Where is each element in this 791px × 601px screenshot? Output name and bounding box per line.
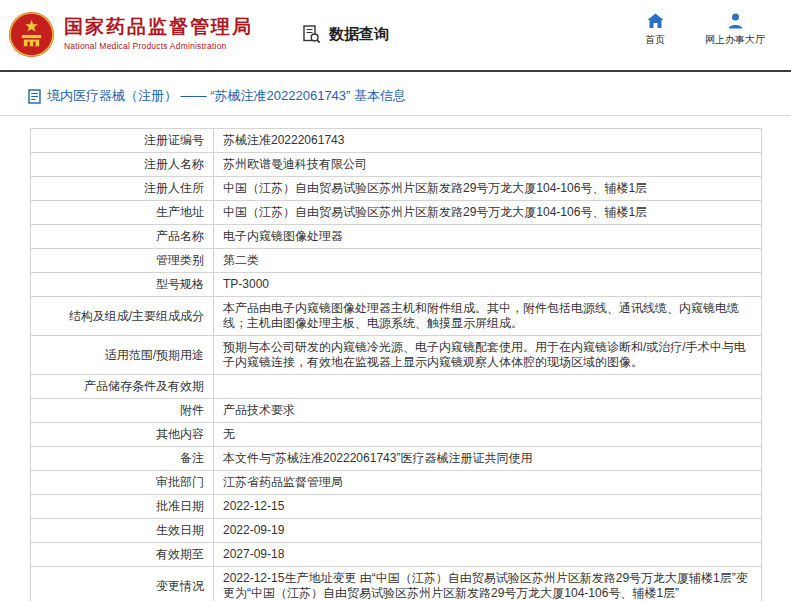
row-label: 管理类别 (31, 249, 214, 273)
table-row: 产品名称 电子内窥镜图像处理器 (31, 225, 762, 249)
nav-service-hall[interactable]: 网上办事大厅 (705, 13, 765, 47)
user-icon (728, 13, 743, 29)
row-label: 注册人名称 (31, 153, 214, 177)
table-row: 产品储存条件及有效期 (31, 375, 762, 399)
nav-home-label: 首页 (645, 33, 665, 47)
row-value: 苏州欧谱曼迪科技有限公司 (214, 153, 762, 177)
table-row: 注册人住所 中国（江苏）自由贸易试验区苏州片区新发路29号万龙大厦104-106… (31, 177, 762, 201)
header-right-nav: 首页 网上办事大厅 (635, 13, 765, 47)
page: 国家药品监督管理局 National Medical Products Admi… (0, 0, 791, 601)
data-query-label: 数据查询 (329, 25, 389, 44)
row-label: 结构及组成/主要组成成分 (31, 297, 214, 336)
row-value: 本产品由电子内窥镜图像处理器主机和附件组成。其中，附件包括电源线、通讯线缆、内窥… (214, 297, 762, 336)
home-icon (647, 13, 664, 29)
row-value: 苏械注准20222061743 (214, 129, 762, 153)
row-label: 产品名称 (31, 225, 214, 249)
row-value: 2022-09-19 (214, 519, 762, 543)
row-label: 附件 (31, 399, 214, 423)
page-title: 境内医疗器械（注册） —— “苏械注准20222061743” 基本信息 (47, 87, 406, 105)
table-row: 变更情况 2022-12-15生产地址变更 由“中国（江苏）自由贸易试验区苏州片… (31, 567, 762, 601)
table-row: 注册证编号 苏械注准20222061743 (31, 129, 762, 153)
row-value: 2022-12-15 (214, 495, 762, 519)
agency-name-cn: 国家药品监督管理局 (64, 17, 253, 38)
row-value: 2027-09-18 (214, 543, 762, 567)
row-label: 审批部门 (31, 471, 214, 495)
national-emblem-logo (8, 11, 55, 58)
data-query-icon (301, 24, 322, 45)
row-label: 备注 (31, 447, 214, 471)
table-row: 生效日期 2022-09-19 (31, 519, 762, 543)
nav-home[interactable]: 首页 (635, 13, 675, 47)
row-label: 批准日期 (31, 495, 214, 519)
table-row: 管理类别 第二类 (31, 249, 762, 273)
table-row: 结构及组成/主要组成成分 本产品由电子内窥镜图像处理器主机和附件组成。其中，附件… (31, 297, 762, 336)
row-value: 2022-12-15生产地址变更 由“中国（江苏）自由贸易试验区苏州片区新发路2… (214, 567, 762, 601)
table-row: 注册人名称 苏州欧谱曼迪科技有限公司 (31, 153, 762, 177)
site-header: 国家药品监督管理局 National Medical Products Admi… (0, 0, 791, 70)
row-value: 中国（江苏）自由贸易试验区苏州片区新发路29号万龙大厦104-106号、辅楼1层 (214, 201, 762, 225)
table-row: 批准日期 2022-12-15 (31, 495, 762, 519)
agency-name-en: National Medical Products Administration (64, 42, 253, 51)
row-label: 变更情况 (31, 567, 214, 601)
row-value: TP-3000 (214, 273, 762, 297)
table-row: 其他内容 无 (31, 423, 762, 447)
table-row: 型号规格 TP-3000 (31, 273, 762, 297)
row-label: 生产地址 (31, 201, 214, 225)
row-label: 注册证编号 (31, 129, 214, 153)
table-row: 生产地址 中国（江苏）自由贸易试验区苏州片区新发路29号万龙大厦104-106号… (31, 201, 762, 225)
table-row: 审批部门 江苏省药品监督管理局 (31, 471, 762, 495)
row-value: 江苏省药品监督管理局 (214, 471, 762, 495)
row-value (214, 375, 762, 399)
nav-data-query[interactable]: 数据查询 (301, 24, 389, 45)
table-row: 有效期至 2027-09-18 (31, 543, 762, 567)
row-label: 其他内容 (31, 423, 214, 447)
registration-info-section: 注册证编号 苏械注准20222061743 注册人名称 苏州欧谱曼迪科技有限公司… (0, 116, 791, 601)
row-label: 适用范围/预期用途 (31, 336, 214, 375)
row-label: 有效期至 (31, 543, 214, 567)
breadcrumb: 境内医疗器械（注册） —— “苏械注准20222061743” 基本信息 (0, 72, 791, 116)
info-table: 注册证编号 苏械注准20222061743 注册人名称 苏州欧谱曼迪科技有限公司… (30, 128, 762, 601)
row-label: 注册人住所 (31, 177, 214, 201)
row-value: 本文件与“苏械注准20222061743”医疗器械注册证共同使用 (214, 447, 762, 471)
row-value: 预期与本公司研发的内窥镜冷光源、电子内窥镜配套使用。用于在内窥镜诊断和/或治疗/… (214, 336, 762, 375)
row-label: 生效日期 (31, 519, 214, 543)
agency-title-block: 国家药品监督管理局 National Medical Products Admi… (64, 17, 253, 51)
table-row: 备注 本文件与“苏械注准20222061743”医疗器械注册证共同使用 (31, 447, 762, 471)
row-value: 电子内窥镜图像处理器 (214, 225, 762, 249)
document-icon (28, 89, 41, 104)
row-value: 产品技术要求 (214, 399, 762, 423)
nav-service-hall-label: 网上办事大厅 (705, 33, 765, 47)
row-label: 产品储存条件及有效期 (31, 375, 214, 399)
row-label: 型号规格 (31, 273, 214, 297)
table-row: 附件 产品技术要求 (31, 399, 762, 423)
table-row: 适用范围/预期用途 预期与本公司研发的内窥镜冷光源、电子内窥镜配套使用。用于在内… (31, 336, 762, 375)
row-value: 无 (214, 423, 762, 447)
row-value: 第二类 (214, 249, 762, 273)
row-value: 中国（江苏）自由贸易试验区苏州片区新发路29号万龙大厦104-106号、辅楼1层 (214, 177, 762, 201)
